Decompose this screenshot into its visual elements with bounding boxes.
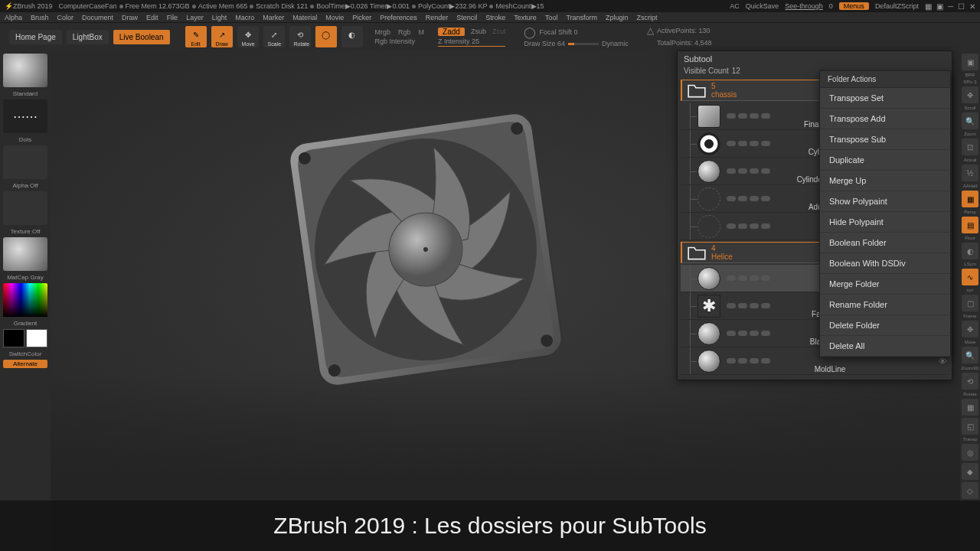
icon-set[interactable]: ▣ [936,2,943,11]
titlebar: ⚡ ZBrush 2019 ComputerCaseFan Free Mem 1… [0,0,980,12]
sculptris-button[interactable]: ◐ [341,26,363,47]
menu-macro[interactable]: Macro [235,14,254,21]
draw-group: ◯Focal Shift 0 Draw Size 64Dynamic [524,26,629,47]
brush-swatch[interactable] [3,54,47,87]
zoom3d-button[interactable]: 🔍 [962,347,978,364]
right-panel: ▣BPR SPix 3 ✥Scroll 🔍Zoom ⊡Actual ½AAHal… [960,51,980,551]
context-menu-item[interactable]: Hide Polypaint [820,212,950,233]
menu-material[interactable]: Material [292,14,317,21]
scale-mode-button[interactable]: ⤢Scale [263,26,285,47]
move3d-button[interactable]: ✥ [962,321,978,337]
rotate-mode-button[interactable]: ⟲Rotate [289,26,311,47]
frame-button[interactable]: ▢ [962,295,978,311]
grid-button[interactable]: ▦ [962,399,978,416]
menu-preferences[interactable]: Preferences [380,14,417,21]
xpose-button[interactable]: ◇ [962,482,978,499]
ghost-button[interactable]: ◎ [962,444,978,461]
menu-stencil[interactable]: Stencil [456,14,477,21]
icon-set[interactable]: ▦ [925,2,932,11]
maximize-icon[interactable]: ☐ [958,2,965,11]
rotate3d-button[interactable]: ⟲ [962,373,978,390]
menu-tool[interactable]: Tool [545,14,558,21]
stroke-swatch[interactable]: ⋯⋯ [3,99,47,133]
texture-swatch[interactable] [3,191,47,225]
context-menu-item[interactable]: Boolean With DSDiv [820,253,950,274]
folder-actions-menu: Folder Actions Transpose SetTranspose Ad… [819,70,951,357]
context-menu-item[interactable]: Delete Folder [820,315,950,336]
context-menu-item[interactable]: Transpose Add [820,109,950,129]
menu-marker[interactable]: Marker [263,14,284,21]
context-menu-item[interactable]: Transpose Set [820,88,950,109]
menu-alpha[interactable]: Alpha [5,14,22,21]
xyz-button[interactable]: ∿ [962,269,978,285]
default-zscript[interactable]: DefaultZScript [875,2,919,10]
context-menu-item[interactable]: Rename Folder [820,295,950,315]
context-menu-item[interactable]: Duplicate [820,150,950,171]
bpr-button[interactable]: ▣ [962,54,978,70]
visibility-icon[interactable]: 👁 [939,357,947,366]
video-caption: ZBrush 2019 : Les dossiers pour SubTools [0,500,980,551]
context-menu-item[interactable]: Merge Up [820,171,950,191]
persp-button[interactable]: ▦ [962,191,978,207]
subtool-title: Subtool [678,51,952,67]
menu-brush[interactable]: Brush [31,14,49,21]
switch-color[interactable] [3,329,47,347]
menu-document[interactable]: Document [82,14,113,21]
transp-button[interactable]: ◱ [962,418,978,435]
ac-label: AC [730,2,740,10]
z-intensity-slider[interactable]: Z Intensity 25 [438,37,505,47]
window-controls: ▦ ▣ ─ ☐ ✕ [925,2,975,11]
context-menu-title: Folder Actions [820,71,950,88]
zoom-button[interactable]: 🔍 [962,112,978,129]
menu-draw[interactable]: Draw [122,14,138,21]
close-icon[interactable]: ✕ [969,2,975,11]
actual-button[interactable]: ⊡ [962,139,978,155]
lsym-button[interactable]: ◐ [962,243,978,259]
points-group: △ActivePoints: 130 △TotalPoints: 4,548 [647,25,712,48]
menubar: Alpha Brush Color Document Draw Edit Fil… [0,12,980,23]
menu-zplugin[interactable]: Zplugin [606,14,629,21]
material-swatch[interactable] [3,237,47,271]
move-mode-button[interactable]: ✥Move [237,26,259,47]
home-page-button[interactable]: Home Page [9,30,62,44]
alpha-swatch[interactable] [3,145,47,179]
context-menu-item[interactable]: Show Polypaint [820,191,950,212]
menu-color[interactable]: Color [57,14,74,21]
alternate-button[interactable]: Alternate [3,360,47,368]
menu-movie[interactable]: Movie [325,14,344,21]
context-menu-item[interactable]: Boolean Folder [820,233,950,253]
draw-mode-button[interactable]: ↗Draw [211,26,233,47]
quicksave-button[interactable]: QuickSave [746,2,779,10]
context-menu-item[interactable]: Delete All [820,336,950,357]
rgb-group: MrgbRgbM Rgb Intensity [375,28,425,45]
menus-button[interactable]: Menus [839,2,869,10]
menu-layer[interactable]: Layer [186,14,204,21]
menu-texture[interactable]: Texture [514,14,537,21]
gizmo-button[interactable]: ◯ [315,26,337,47]
menu-render[interactable]: Render [426,14,449,21]
menu-light[interactable]: Light [212,14,227,21]
menu-file[interactable]: File [167,14,178,21]
context-menu-item[interactable]: Transpose Sub [820,129,950,150]
menu-edit[interactable]: Edit [146,14,158,21]
floor-button[interactable]: ▤ [962,217,978,233]
lightbox-button[interactable]: LightBox [67,30,109,44]
menu-picker[interactable]: Picker [352,14,371,21]
active-points: ActivePoints: 130 [657,27,710,34]
menu-stroke[interactable]: Stroke [485,14,505,21]
edit-mode-button[interactable]: ✎Edit [185,26,207,47]
solo-button[interactable]: ◆ [962,463,978,480]
minimize-icon[interactable]: ─ [948,2,953,11]
context-menu-item[interactable]: Merge Folder [820,274,950,295]
menu-transform[interactable]: Transform [566,14,597,21]
menu-zscript[interactable]: Zscript [637,14,658,21]
scroll-button[interactable]: ✥ [962,86,978,103]
aahalf-button[interactable]: ½ [962,165,978,181]
live-boolean-button[interactable]: Live Boolean [113,30,170,44]
z-group: ZaddZsubZcut Z Intensity 25 [438,28,505,47]
zadd-button[interactable]: Zadd [438,28,465,36]
seethrough-label[interactable]: See-through [785,2,823,10]
app-name: ZBrush 2019 [13,2,53,10]
color-picker[interactable] [3,283,47,317]
draw-size-slider[interactable]: Draw Size 64 [524,40,565,47]
